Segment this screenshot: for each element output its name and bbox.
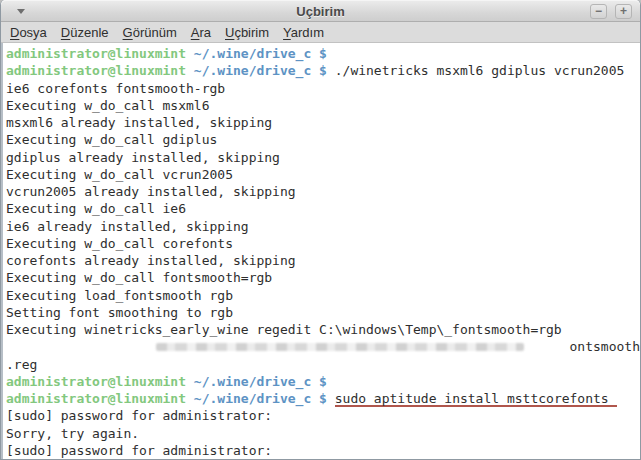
terminal-text-segment: administrator@linuxmint — [6, 45, 186, 62]
terminal-text-segment: Executing load_fontsmooth rgb — [6, 287, 233, 304]
terminal-text-segment: Sorry, try again. — [6, 425, 139, 442]
terminal-text-segment: administrator@linuxmint — [6, 373, 186, 390]
terminal-text-segment — [327, 390, 335, 407]
terminal-line: Executing load_fontsmooth rgb — [6, 287, 640, 304]
terminal-text-segment: ~/.wine/drive_c — [194, 373, 311, 390]
terminal-line: Executing w_do_call msxml6 — [6, 97, 640, 114]
menu-item-dosya[interactable]: Dosya — [3, 23, 54, 42]
window-menu-button[interactable] — [13, 4, 29, 18]
terminal-text-segment: Executing w_do_call vcrun2005 — [6, 166, 233, 183]
terminal-line: gdiplus already installed, skipping — [6, 149, 640, 166]
redacted-smudge — [156, 343, 524, 351]
menu-item-label: ardım — [291, 25, 324, 40]
terminal-line: ontsmooth — [6, 338, 640, 355]
terminal-text-segment — [186, 62, 194, 79]
terminal-text-segment: [sudo] password for administrator: — [6, 407, 272, 424]
terminal-line: .reg — [6, 356, 640, 373]
minimize-button[interactable]: − — [590, 4, 607, 19]
terminal-text-segment — [186, 373, 194, 390]
terminal-line: Executing w_do_call gdiplus — [6, 131, 640, 148]
terminal-text-segment: administrator@linuxmint — [6, 62, 186, 79]
menu-item-mnemonic: D — [10, 25, 19, 40]
terminal-text-segment: .reg — [6, 356, 37, 373]
menu-item-mnemonic: G — [123, 25, 133, 40]
titlebar[interactable]: Uçbirim − + — [1, 0, 640, 22]
terminal-text-segment: Executing w_do_call msxml6 — [6, 97, 210, 114]
menu-item-duzenle[interactable]: Düzenle — [54, 23, 116, 42]
terminal-text-segment: Setting font smoothing to rgb — [6, 304, 233, 321]
menu-item-label: çbirim — [234, 25, 269, 40]
chevron-down-icon — [17, 9, 25, 14]
terminal-text-segment: Executing w_do_call corefonts — [6, 235, 233, 252]
terminal-line: Executing w_do_call vcrun2005 — [6, 166, 640, 183]
menu-item-yardim[interactable]: Yardım — [276, 23, 331, 42]
terminal-line: msxml6 already installed, skipping — [6, 114, 640, 131]
menubar: DosyaDüzenleGörünümAraUçbirimYardım — [1, 22, 640, 43]
terminal-line: administrator@linuxmint ~/.wine/drive_c … — [6, 62, 640, 79]
terminal-text-segment — [186, 45, 194, 62]
terminal-text-segment: ie6 corefonts fontsmooth-rgb — [6, 80, 225, 97]
maximize-button[interactable]: + — [615, 4, 632, 19]
terminal-text-segment: vcrun2005 already installed, skipping — [6, 183, 296, 200]
terminal-text-segment: corefonts already installed, skipping — [6, 252, 296, 269]
window-controls: − + — [590, 4, 632, 19]
terminal-line: Sorry, try again. — [6, 425, 640, 442]
red-underlined-command: sudo aptitude install msttcorefonts — [335, 390, 617, 407]
terminal-window: Uçbirim − + DosyaDüzenleGörünümAraUçbiri… — [0, 0, 641, 460]
terminal-line: Executing w_do_call fontsmooth=rgb — [6, 269, 640, 286]
terminal-text-segment: $ — [311, 390, 327, 407]
terminal-text-segment: Executing w_do_call gdiplus — [6, 131, 217, 148]
terminal-output[interactable]: administrator@linuxmint ~/.wine/drive_c … — [1, 43, 640, 459]
menu-item-label: örünüm — [133, 25, 177, 40]
terminal-line: Executing winetricks_early_wine regedit … — [6, 321, 640, 338]
terminal-text-segment: ontsmooth — [570, 338, 640, 355]
terminal-text-segment: Executing w_do_call fontsmooth=rgb — [6, 269, 272, 286]
terminal-text-segment — [186, 390, 194, 407]
terminal-text-segment: ~/.wine/drive_c — [194, 390, 311, 407]
menu-item-label: üzenle — [70, 25, 108, 40]
menu-item-ucbirim[interactable]: Uçbirim — [218, 23, 276, 42]
menu-item-gorunum[interactable]: Görünüm — [116, 23, 184, 42]
menu-item-label: osya — [19, 25, 46, 40]
menu-item-ara[interactable]: Ara — [184, 23, 218, 42]
terminal-line: corefonts already installed, skipping — [6, 252, 640, 269]
terminal-text-segment: $ — [311, 62, 327, 79]
terminal-text-segment: $ — [311, 45, 327, 62]
menu-item-mnemonic: Y — [283, 25, 291, 40]
terminal-line: administrator@linuxmint ~/.wine/drive_c … — [6, 45, 640, 62]
terminal-line: [sudo] password for administrator: — [6, 407, 640, 424]
terminal-text-segment: administrator@linuxmint — [6, 390, 186, 407]
menu-item-label: ra — [199, 25, 211, 40]
terminal-line: ie6 corefonts fontsmooth-rgb — [6, 80, 640, 97]
terminal-text-segment: [sudo] password for administrator: — [6, 442, 272, 459]
terminal-text-segment: Executing winetricks_early_wine regedit … — [6, 321, 562, 338]
terminal-text-segment: ie6 already installed, skipping — [6, 218, 249, 235]
terminal-line: Setting font smoothing to rgb — [6, 304, 640, 321]
terminal-text-segment: gdiplus already installed, skipping — [6, 149, 280, 166]
terminal-line: administrator@linuxmint ~/.wine/drive_c … — [6, 373, 640, 390]
terminal-line: [sudo] password for administrator: — [6, 442, 640, 459]
terminal-line: ie6 already installed, skipping — [6, 218, 640, 235]
terminal-text-segment: Executing w_do_call ie6 — [6, 200, 186, 217]
terminal-line: administrator@linuxmint ~/.wine/drive_c … — [6, 390, 640, 407]
terminal-line: Executing w_do_call ie6 — [6, 200, 640, 217]
terminal-text-segment: $ — [311, 373, 327, 390]
terminal-line: vcrun2005 already installed, skipping — [6, 183, 640, 200]
terminal-text-segment: ~/.wine/drive_c — [194, 45, 311, 62]
window-title: Uçbirim — [1, 4, 640, 19]
terminal-text-segment: ./winetricks msxml6 gdiplus vcrun2005 — [327, 62, 624, 79]
terminal-text-segment: msxml6 already installed, skipping — [6, 114, 272, 131]
terminal-line: Executing w_do_call corefonts — [6, 235, 640, 252]
line-spacer — [524, 338, 570, 355]
menu-item-mnemonic: U — [225, 25, 234, 40]
menu-item-mnemonic: D — [61, 25, 70, 40]
terminal-text-segment: ~/.wine/drive_c — [194, 62, 311, 79]
